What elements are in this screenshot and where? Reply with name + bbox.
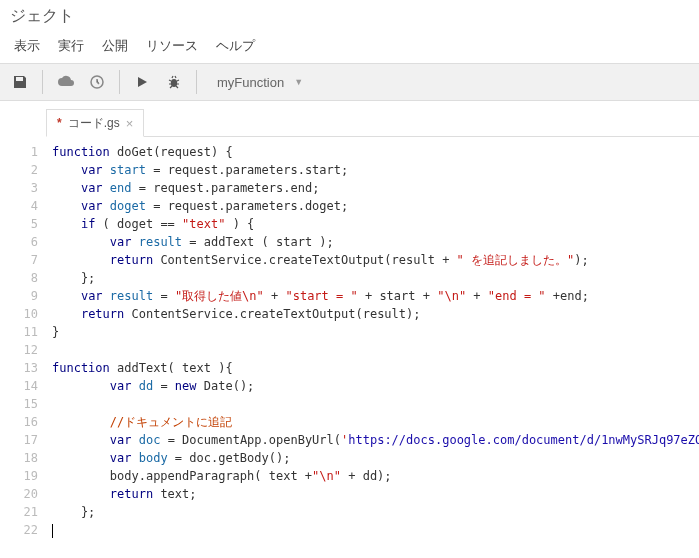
triggers-clock-icon[interactable] <box>83 68 111 96</box>
code-line <box>52 521 699 539</box>
function-select-label: myFunction <box>217 75 284 90</box>
line-number: 2 <box>0 161 38 179</box>
code-line: return ContentService.createTextOutput(r… <box>52 305 699 323</box>
line-number: 22 <box>0 521 38 539</box>
code-line: var doget = request.parameters.doget; <box>52 197 699 215</box>
line-number: 12 <box>0 341 38 359</box>
line-number: 7 <box>0 251 38 269</box>
code-area[interactable]: function doGet(request) { var start = re… <box>46 137 699 558</box>
line-number: 4 <box>0 197 38 215</box>
tabstrip: * コード.gs × <box>46 109 699 137</box>
code-line: return ContentService.createTextOutput(r… <box>52 251 699 269</box>
menubar: 表示実行公開リソースヘルプ <box>0 31 699 63</box>
line-number: 10 <box>0 305 38 323</box>
code-line: if ( doget == "text" ) { <box>52 215 699 233</box>
code-line: var result = "取得した値\n" + "start = " + st… <box>52 287 699 305</box>
chevron-down-icon: ▼ <box>294 77 303 87</box>
code-line: var result = addText ( start ); <box>52 233 699 251</box>
menu-item[interactable]: 公開 <box>102 37 128 55</box>
code-line: function addText( text ){ <box>52 359 699 377</box>
code-line: body.appendParagraph( text +"\n" + dd); <box>52 467 699 485</box>
line-number: 8 <box>0 269 38 287</box>
page-title: ジェクト <box>0 0 699 31</box>
line-number: 3 <box>0 179 38 197</box>
deploy-cloud-icon[interactable] <box>51 68 79 96</box>
code-line: return text; <box>52 485 699 503</box>
line-number: 6 <box>0 233 38 251</box>
code-line: var body = doc.getBody(); <box>52 449 699 467</box>
separator <box>42 70 43 94</box>
line-number: 19 <box>0 467 38 485</box>
line-number: 5 <box>0 215 38 233</box>
line-number: 9 <box>0 287 38 305</box>
menu-item[interactable]: 表示 <box>14 37 40 55</box>
code-line: } <box>52 323 699 341</box>
code-line: var start = request.parameters.start; <box>52 161 699 179</box>
line-number: 14 <box>0 377 38 395</box>
code-line <box>52 395 699 413</box>
toolbar: myFunction ▼ <box>0 63 699 101</box>
tab-filename: コード.gs <box>68 115 120 132</box>
line-number: 11 <box>0 323 38 341</box>
code-line: //ドキュメントに追記 <box>52 413 699 431</box>
line-number: 16 <box>0 413 38 431</box>
code-line: function doGet(request) { <box>52 143 699 161</box>
code-line: var end = request.parameters.end; <box>52 179 699 197</box>
code-line: }; <box>52 503 699 521</box>
editor[interactable]: 12345678910111213141516171819202122 func… <box>0 137 699 558</box>
line-number: 17 <box>0 431 38 449</box>
code-line: }; <box>52 269 699 287</box>
run-icon[interactable] <box>128 68 156 96</box>
separator <box>196 70 197 94</box>
code-line <box>52 341 699 359</box>
code-line: var dd = new Date(); <box>52 377 699 395</box>
save-icon[interactable] <box>6 68 34 96</box>
line-number: 20 <box>0 485 38 503</box>
close-icon[interactable]: × <box>126 116 134 131</box>
line-number: 13 <box>0 359 38 377</box>
debug-bug-icon[interactable] <box>160 68 188 96</box>
menu-item[interactable]: ヘルプ <box>216 37 255 55</box>
code-line: var doc = DocumentApp.openByUrl('https:/… <box>52 431 699 449</box>
menu-item[interactable]: 実行 <box>58 37 84 55</box>
modified-indicator: * <box>57 116 62 130</box>
line-number: 15 <box>0 395 38 413</box>
line-number-gutter: 12345678910111213141516171819202122 <box>0 137 46 558</box>
separator <box>119 70 120 94</box>
line-number: 21 <box>0 503 38 521</box>
line-number: 1 <box>0 143 38 161</box>
file-tab[interactable]: * コード.gs × <box>46 109 144 137</box>
line-number: 18 <box>0 449 38 467</box>
function-select[interactable]: myFunction ▼ <box>205 68 315 96</box>
menu-item[interactable]: リソース <box>146 37 198 55</box>
